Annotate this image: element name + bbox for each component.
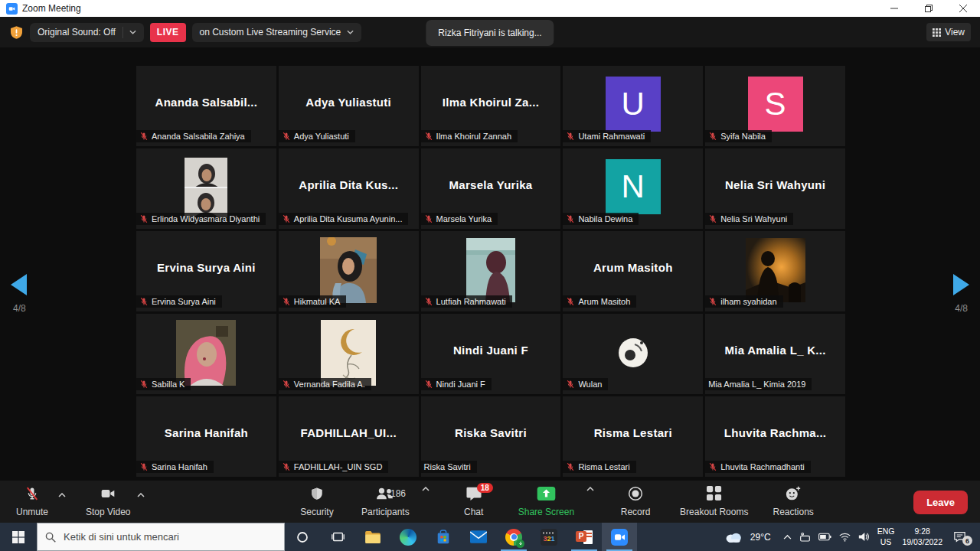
participant-tile[interactable]: Ilma Khoirul Za...Ilma Khoirul Zannah	[421, 66, 561, 146]
participant-tile[interactable]: Risma LestariRisma Lestari	[563, 396, 703, 477]
participant-tile[interactable]: Arum MasitohArum Masitoh	[563, 231, 703, 311]
taskbar-chrome-icon[interactable]	[496, 523, 531, 551]
participant-tile[interactable]: Mia Amalia L_ K...Mia Amalia L_ Kimia 20…	[705, 314, 845, 394]
participant-tile[interactable]: UUtami Rahmawati	[563, 66, 703, 146]
breakout-rooms-icon	[707, 486, 722, 504]
live-badge: LIVE	[150, 23, 186, 42]
participant-tile[interactable]: Adya YuliastutiAdya Yuliastuti	[279, 66, 419, 146]
participants-button[interactable]: 186 Participants	[361, 481, 430, 523]
video-options-chevron-icon[interactable]	[137, 493, 145, 497]
participant-name-label: Arum Masitoh	[563, 295, 636, 308]
participant-tile[interactable]: Vernanda Fadila A.	[279, 314, 419, 394]
muted-mic-icon	[708, 297, 717, 306]
participant-name-text: Lutfiah Rahmawati	[436, 297, 506, 306]
previous-page-arrow[interactable]	[11, 274, 27, 295]
security-shield-icon[interactable]	[9, 25, 24, 40]
security-button[interactable]: Security	[297, 481, 337, 523]
taskbar-mail-icon[interactable]	[461, 523, 496, 551]
muted-mic-icon	[139, 132, 149, 141]
muted-mic-icon	[566, 380, 575, 389]
language-indicator[interactable]: ENGUS	[877, 527, 895, 546]
meeting-topbar: Original Sound: Off LIVE on Custom Live …	[0, 17, 980, 47]
share-options-chevron-icon[interactable]	[586, 487, 594, 491]
task-view-button[interactable]	[320, 523, 355, 551]
record-label: Record	[621, 507, 651, 517]
cortana-button[interactable]	[285, 523, 320, 551]
breakout-rooms-button[interactable]: Breakout Rooms	[680, 481, 748, 523]
participant-photo	[320, 237, 377, 303]
muted-mic-icon	[424, 214, 433, 223]
participant-photo	[746, 238, 805, 302]
next-page-arrow[interactable]	[953, 274, 969, 295]
participant-tile[interactable]: Riska SavitriRiska Savitri	[421, 396, 561, 477]
stream-service-chevron-icon[interactable]	[347, 30, 354, 34]
taskbar-kmplayer-icon[interactable]: 321	[531, 523, 567, 551]
muted-mic-icon	[139, 380, 149, 389]
minimize-button[interactable]	[877, 0, 911, 17]
weather-cloud-icon[interactable]	[724, 531, 743, 543]
taskbar-zoom-icon[interactable]	[602, 523, 637, 551]
participant-name-text: Mia Amalia L_ Kimia 2019	[708, 380, 805, 389]
security-label: Security	[300, 507, 333, 517]
stream-service-button[interactable]: on Custom Live Streaming Service	[192, 23, 362, 42]
participant-tile[interactable]: Marsela YurikaMarsela Yurika	[421, 148, 561, 229]
original-sound-chevron-icon[interactable]	[129, 30, 136, 34]
participant-tile[interactable]: Lhuvita Rachma...Lhuvita Rachmadhanti	[705, 396, 845, 477]
participant-tile[interactable]: Aprilia Dita Kus...Aprilia Dita Kusuma A…	[279, 148, 419, 229]
participant-name-text: Riska Savitri	[424, 462, 471, 471]
reactions-button[interactable]: Reactions	[773, 481, 813, 523]
participant-tile[interactable]: Nindi Juani FNindi Juani F	[421, 314, 561, 394]
leave-button[interactable]: Leave	[913, 491, 968, 514]
taskbar-edge-icon[interactable]	[390, 523, 426, 551]
participant-tile[interactable]: Hikmatul KA	[279, 231, 419, 311]
restore-button[interactable]	[911, 0, 946, 17]
chat-label: Chat	[464, 507, 483, 517]
taskbar-file-explorer-icon[interactable]	[355, 523, 390, 551]
hidden-icons-chevron[interactable]	[783, 534, 792, 540]
participant-tile[interactable]: FADHILLAH_UI...FADHILLAH-_UIN SGD	[279, 396, 419, 477]
unmute-options-chevron-icon[interactable]	[58, 493, 66, 497]
wifi-icon[interactable]	[839, 533, 851, 542]
participant-name-label: Nindi Juani F	[421, 378, 492, 390]
speaker-icon[interactable]	[858, 532, 870, 542]
participant-tile[interactable]: Wulan	[563, 314, 703, 394]
participant-name-label: Ervina Surya Aini	[136, 295, 222, 308]
participant-name-text: Ilma Khoirul Zannah	[436, 132, 511, 141]
participant-name-text: Nindi Juani F	[436, 380, 485, 389]
participant-tile[interactable]: Ananda Salsabil...Ananda Salsabila Zahiy…	[136, 66, 276, 146]
participant-tile[interactable]: Lutfiah Rahmawati	[421, 231, 561, 311]
clock[interactable]: 9:2819/03/2022	[902, 527, 942, 546]
view-button[interactable]: View	[926, 23, 971, 41]
participant-tile[interactable]: Sarina HanifahSarina Hanifah	[136, 396, 276, 477]
participant-tile[interactable]: Nelia Sri WahyuniNelia Sri Wahyuni	[705, 148, 845, 229]
share-screen-button[interactable]: Share Screen	[518, 481, 591, 523]
chat-button[interactable]: 18 Chat	[454, 481, 494, 523]
close-button[interactable]	[946, 0, 980, 17]
participant-name-text: Adya Yuliastuti	[294, 132, 349, 141]
stop-video-button[interactable]: Stop Video	[86, 481, 131, 523]
taskbar-powerpoint-icon[interactable]: P	[567, 523, 602, 551]
muted-mic-icon	[708, 214, 717, 223]
participant-tile[interactable]: Sabilla K	[136, 314, 276, 394]
participant-tile[interactable]: SSyifa Nabila	[705, 66, 845, 146]
participants-chevron-icon[interactable]	[422, 487, 430, 491]
participant-tile[interactable]: Erlinda Widyasmara Diyanthi	[136, 148, 276, 229]
participants-grid: Ananda Salsabil...Ananda Salsabila Zahiy…	[136, 66, 845, 478]
participant-display-name: Nelia Sri Wahyuni	[725, 178, 825, 191]
unmute-button[interactable]: Unmute	[12, 481, 52, 523]
tray-display-icon[interactable]	[799, 532, 811, 543]
taskbar-search-input[interactable]: Ketik di sini untuk mencari	[37, 523, 285, 551]
original-sound-button[interactable]: Original Sound: Off	[30, 23, 144, 42]
start-button[interactable]	[0, 523, 37, 551]
record-button[interactable]: Record	[616, 481, 655, 523]
participant-name-text: Risma Lestari	[578, 462, 629, 471]
participant-tile[interactable]: NNabila Dewina	[563, 148, 703, 229]
taskbar-microsoft-store-icon[interactable]	[426, 523, 461, 551]
action-center-button[interactable]: 6	[950, 531, 974, 543]
participant-letter-avatar: U	[606, 77, 661, 132]
participant-tile[interactable]: ilham syahidan	[705, 231, 845, 311]
weather-temperature[interactable]: 29°C	[750, 532, 771, 543]
participant-tile[interactable]: Ervina Surya AiniErvina Surya Aini	[136, 231, 276, 311]
battery-icon[interactable]	[818, 533, 831, 541]
participant-name-label: Aprilia Dita Kusuma Ayunin...	[279, 213, 409, 225]
